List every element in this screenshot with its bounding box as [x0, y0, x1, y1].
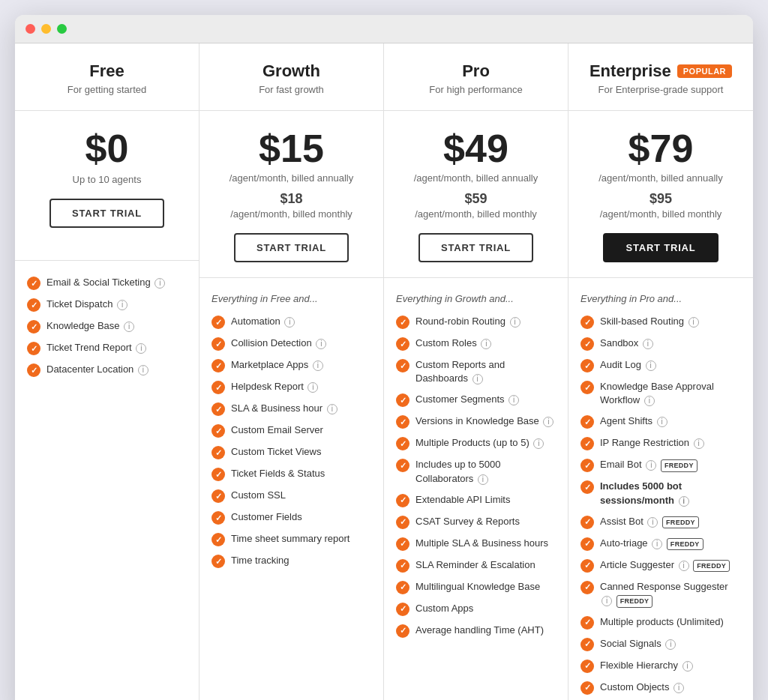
plan-col-enterprise: EnterprisePOPULARFor Enterprise-grade su… — [568, 43, 753, 700]
info-icon[interactable]: i — [646, 360, 656, 371]
check-icon — [396, 459, 410, 472]
info-icon[interactable]: i — [682, 661, 693, 672]
info-icon[interactable]: i — [674, 683, 684, 693]
price-sub-period-pro: /agent/month, billed monthly — [415, 208, 537, 220]
check-icon — [580, 516, 594, 529]
list-item: Marketplace Apps i — [212, 358, 371, 372]
minimize-dot[interactable] — [41, 24, 51, 34]
feature-text: Email & Social Ticketing i — [46, 276, 187, 289]
plan-tagline-enterprise: For Enterprise-grade support — [584, 84, 738, 95]
plan-name-free: Free — [30, 61, 184, 81]
feature-text: Custom Apps — [416, 602, 556, 615]
info-icon[interactable]: i — [602, 596, 612, 606]
plan-tagline-growth: For fast growth — [214, 84, 368, 95]
info-icon[interactable]: i — [510, 317, 520, 328]
plan-features-pro: Everything in Growth and...Round-robin R… — [384, 278, 568, 700]
feature-text: Datacenter Location i — [46, 363, 187, 376]
info-icon[interactable]: i — [688, 317, 699, 328]
list-item: Time sheet summary report — [212, 532, 371, 546]
close-dot[interactable] — [26, 24, 35, 34]
list-item: Collision Detection i — [212, 337, 371, 351]
check-icon — [212, 402, 225, 416]
info-icon[interactable]: i — [284, 317, 295, 328]
list-item: Extendable API Limits — [396, 493, 556, 507]
plan-col-growth: GrowthFor fast growth$15/agent/month, bi… — [200, 43, 384, 700]
feature-text: Includes 5000 bot sessions/month i — [600, 480, 741, 507]
list-item: Skill-based Routing i — [580, 315, 741, 329]
feature-text: Customer Segments i — [416, 393, 556, 406]
feature-text: CSAT Survey & Reports — [416, 515, 556, 528]
check-icon — [396, 393, 410, 407]
check-icon — [396, 494, 410, 507]
check-icon — [580, 437, 594, 450]
plan-header-free: FreeFor getting started — [15, 43, 199, 111]
list-item: Multiple SLA & Business hours — [396, 537, 556, 551]
info-icon[interactable]: i — [117, 300, 128, 310]
start-trial-btn-growth[interactable]: START TRIAL — [234, 233, 349, 262]
check-icon — [27, 277, 40, 290]
list-item: Flexible Hierarchy i — [580, 659, 741, 673]
list-item: Customer Segments i — [396, 393, 556, 407]
info-icon[interactable]: i — [472, 374, 483, 384]
maximize-dot[interactable] — [57, 24, 67, 34]
pricing-grid: FreeFor getting started$0Up to 10 agents… — [15, 43, 753, 700]
check-icon — [212, 381, 225, 394]
check-icon — [396, 316, 410, 329]
list-item: Sandbox i — [580, 337, 741, 351]
info-icon[interactable]: i — [665, 639, 676, 650]
info-icon[interactable]: i — [533, 438, 544, 449]
freddy-badge: FREDDY — [661, 459, 698, 472]
feature-text: Multiple SLA & Business hours — [416, 537, 556, 550]
check-icon — [212, 337, 225, 351]
list-item: Custom Reports and Dashboards i — [396, 358, 556, 385]
list-item: Ticket Dispatch i — [27, 298, 187, 312]
list-item: Multilingual Knowledge Base — [396, 580, 556, 594]
info-icon[interactable]: i — [508, 395, 519, 405]
info-icon[interactable]: i — [136, 343, 146, 354]
start-trial-btn-free[interactable]: START TRIAL — [50, 199, 164, 228]
check-icon — [396, 559, 410, 573]
info-icon[interactable]: i — [327, 404, 338, 414]
freddy-badge: FREDDY — [693, 560, 730, 573]
info-icon[interactable]: i — [138, 365, 148, 375]
start-trial-btn-enterprise[interactable]: START TRIAL — [603, 233, 718, 262]
info-icon[interactable]: i — [154, 278, 165, 289]
feature-text: Canned Response Suggester i FREDDY — [600, 580, 741, 608]
check-icon — [580, 537, 594, 551]
start-trial-btn-pro[interactable]: START TRIAL — [418, 233, 533, 262]
info-icon[interactable]: i — [647, 517, 658, 528]
info-icon[interactable]: i — [646, 460, 656, 471]
feature-text: Average handling Time (AHT) — [416, 624, 556, 637]
feature-text: Helpdesk Report i — [231, 380, 371, 393]
feature-text: Customer Fields — [231, 510, 371, 524]
plan-header-growth: GrowthFor fast growth — [200, 43, 383, 111]
info-icon[interactable]: i — [124, 322, 134, 332]
check-icon — [396, 581, 410, 594]
info-icon[interactable]: i — [679, 561, 689, 571]
info-icon[interactable]: i — [308, 382, 318, 393]
info-icon[interactable]: i — [643, 339, 653, 349]
info-icon[interactable]: i — [543, 417, 554, 427]
app-window: FreeFor getting started$0Up to 10 agents… — [15, 15, 753, 700]
list-item: Customer Fields — [212, 510, 371, 525]
info-icon[interactable]: i — [694, 438, 704, 449]
info-icon[interactable]: i — [481, 339, 491, 349]
check-icon — [212, 555, 225, 568]
plan-col-pro: ProFor high performance$49/agent/month, … — [384, 43, 568, 700]
info-icon[interactable]: i — [652, 539, 662, 549]
info-icon[interactable]: i — [679, 496, 689, 507]
info-icon[interactable]: i — [478, 474, 488, 485]
list-item: Email & Social Ticketing i — [27, 276, 187, 290]
plan-pricing-growth: $15/agent/month, billed annually$18/agen… — [200, 111, 383, 278]
info-icon[interactable]: i — [313, 360, 323, 371]
feature-text: Skill-based Routing i — [600, 315, 741, 328]
check-icon — [212, 446, 225, 459]
info-icon[interactable]: i — [657, 417, 668, 427]
plan-header-enterprise: EnterprisePOPULARFor Enterprise-grade su… — [568, 43, 753, 111]
check-icon — [212, 359, 225, 372]
info-icon[interactable]: i — [644, 396, 655, 406]
list-item: SLA & Business hour i — [212, 402, 371, 416]
features-subtitle-enterprise: Everything in Pro and... — [580, 293, 741, 304]
info-icon[interactable]: i — [316, 339, 326, 349]
plan-name-growth: Growth — [214, 61, 368, 81]
